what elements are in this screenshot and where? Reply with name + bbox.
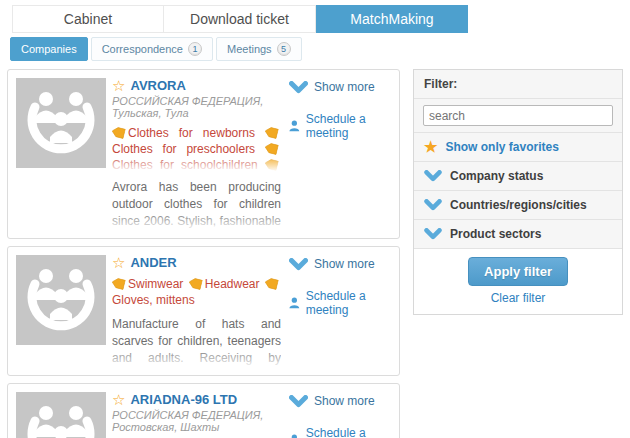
clear-filter-link[interactable]: Clear filter: [424, 291, 612, 305]
schedule-meeting-link[interactable]: Schedule a meeting: [289, 289, 393, 317]
tag-label: Clothes for preschoolers: [112, 142, 255, 156]
filter-title: Filter:: [414, 70, 622, 99]
search-input[interactable]: [423, 105, 613, 126]
chevron-down-icon: [289, 395, 308, 408]
card-actions: Show more Schedule a meeting: [289, 394, 393, 438]
filter-actions: Apply filter Clear filter: [414, 249, 622, 314]
tag-icon: [264, 158, 279, 171]
company-tags: Swimwear Headwear Gloves, mittens: [112, 276, 281, 308]
company-info: ☆ ANDER Swimwear Headwear Gloves, mitten…: [112, 255, 281, 367]
show-more-label: Show more: [314, 394, 375, 408]
group-people-icon: [16, 392, 106, 438]
schedule-meeting-link[interactable]: Schedule a meeting: [289, 112, 393, 140]
subtab-companies-label: Companies: [21, 43, 77, 55]
company-avatar: [16, 392, 106, 438]
tag-label: Gloves, mittens: [112, 293, 195, 307]
company-name[interactable]: ANDER: [130, 255, 176, 270]
company-description: Avrora has been producing outdoor clothe…: [112, 179, 281, 230]
chevron-down-icon: [289, 258, 308, 271]
company-card: Show more Schedule a meeting ☆ ANDER Swi…: [7, 246, 400, 376]
show-more-link[interactable]: Show more: [289, 394, 393, 408]
company-description: Manufacture of hats and scarves for chil…: [112, 316, 281, 367]
tag-label: Swimwear: [128, 277, 183, 291]
subtab-meetings[interactable]: Meetings 5: [216, 37, 302, 61]
company-card: Show more Schedule a meeting ☆ ARIADNA-9…: [7, 383, 400, 438]
tag-icon: [188, 277, 203, 291]
company-name[interactable]: ARIADNA-96 LTD: [130, 392, 237, 407]
show-more-label: Show more: [314, 80, 375, 94]
company-info: ☆ AVRORA РОССИЙСКАЯ ФЕДЕРАЦИЯ, Тульская,…: [112, 78, 281, 230]
tag-item[interactable]: Clothes for newborns: [112, 126, 255, 140]
subtab-correspondence-label: Correspondence: [102, 43, 183, 55]
tab-download-ticket[interactable]: Download ticket: [164, 5, 316, 33]
meetings-count-badge: 5: [277, 42, 291, 56]
show-more-link[interactable]: Show more: [289, 257, 393, 271]
favorite-star-icon[interactable]: ☆: [112, 255, 125, 270]
show-only-favorites[interactable]: ★ Show only favorites: [414, 133, 622, 162]
schedule-meeting-label: Schedule a meeting: [306, 112, 393, 140]
person-icon: [289, 296, 300, 310]
company-card: Show more Schedule a meeting ☆ AVRORA РО…: [7, 69, 400, 239]
schedule-meeting-link[interactable]: Schedule a meeting: [289, 426, 393, 438]
filter-search-row: [414, 99, 622, 133]
tag-icon: [112, 126, 126, 140]
favorite-star-icon[interactable]: ☆: [112, 392, 125, 407]
show-more-label: Show more: [314, 257, 375, 271]
company-list: Show more Schedule a meeting ☆ AVRORA РО…: [7, 69, 400, 438]
filter-section-label: Countries/regions/cities: [450, 198, 587, 212]
schedule-meeting-label: Schedule a meeting: [306, 289, 393, 317]
filter-section-product-sectors[interactable]: Product sectors: [414, 220, 622, 249]
company-info: ☆ ARIADNA-96 LTD РОССИЙСКАЯ ФЕДЕРАЦИЯ, Р…: [112, 392, 281, 438]
chevron-down-icon: [424, 228, 442, 240]
chevron-down-icon: [424, 170, 442, 182]
group-people-icon: [16, 255, 106, 345]
schedule-meeting-label: Schedule a meeting: [306, 426, 393, 438]
sub-tab-bar: Companies Correspondence 1 Meetings 5: [10, 37, 630, 61]
show-only-favorites-label: Show only favorites: [445, 140, 558, 154]
person-icon: [289, 119, 300, 133]
tab-matchmaking[interactable]: MatchMaking: [316, 5, 468, 33]
card-actions: Show more Schedule a meeting: [289, 257, 393, 317]
company-avatar: [16, 78, 106, 168]
subtab-meetings-label: Meetings: [227, 43, 272, 55]
tag-item[interactable]: Clothes for teenagers: [112, 158, 281, 171]
subtab-correspondence[interactable]: Correspondence 1: [91, 37, 213, 61]
filter-panel: Filter: ★ Show only favorites Company st…: [413, 69, 623, 315]
chevron-down-icon: [424, 199, 442, 211]
show-more-link[interactable]: Show more: [289, 80, 393, 94]
filter-section-countries[interactable]: Countries/regions/cities: [414, 191, 622, 220]
company-name[interactable]: AVRORA: [130, 78, 185, 93]
favorite-star-icon[interactable]: ☆: [112, 78, 125, 93]
main-tab-bar: Cabinet Download ticket MatchMaking: [0, 0, 630, 33]
company-location: РОССИЙСКАЯ ФЕДЕРАЦИЯ, Тульская, Тула: [112, 95, 281, 119]
company-avatar: [16, 255, 106, 345]
person-icon: [289, 433, 300, 438]
tag-item[interactable]: Headwear: [189, 277, 260, 291]
star-icon: ★: [424, 140, 437, 154]
filter-section-label: Product sectors: [450, 227, 541, 241]
page-content: Show more Schedule a meeting ☆ AVRORA РО…: [0, 69, 630, 438]
subtab-companies[interactable]: Companies: [10, 37, 88, 61]
card-actions: Show more Schedule a meeting: [289, 80, 393, 140]
tag-icon: [264, 277, 279, 291]
filter-section-company-status[interactable]: Company status: [414, 162, 622, 191]
filter-section-label: Company status: [450, 169, 543, 183]
chevron-down-icon: [289, 81, 308, 94]
tag-label: Clothes for newborns: [128, 126, 255, 140]
tag-icon: [112, 277, 126, 291]
company-tags: Clothes for newborns Clothes for prescho…: [112, 125, 281, 171]
tag-label: Clothes for schoolchildren: [112, 158, 258, 171]
tag-icon: [264, 126, 279, 140]
correspondence-count-badge: 1: [188, 42, 202, 56]
tag-label: Headwear: [205, 277, 260, 291]
tag-item[interactable]: Swimwear: [112, 277, 183, 291]
tab-cabinet[interactable]: Cabinet: [12, 5, 164, 33]
group-people-icon: [16, 78, 106, 168]
tag-icon: [264, 142, 279, 156]
apply-filter-button[interactable]: Apply filter: [468, 257, 568, 286]
company-location: РОССИЙСКАЯ ФЕДЕРАЦИЯ, Ростовская, Шахты: [112, 409, 281, 433]
